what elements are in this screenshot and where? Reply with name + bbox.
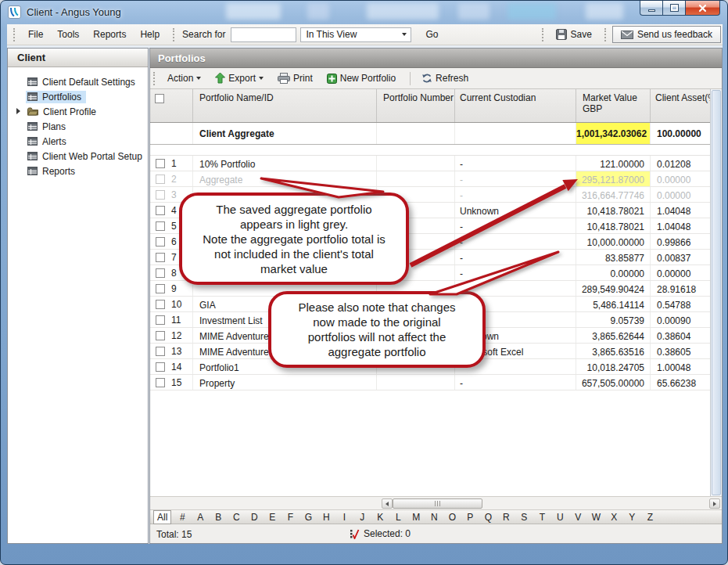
aggregate-name: Client Aggregate — [193, 123, 377, 144]
table-row[interactable]: 110% Portfolio-121.000000.01208 — [150, 156, 710, 171]
save-button[interactable]: Save — [550, 27, 598, 41]
row-checkbox[interactable] — [156, 362, 165, 372]
minimize-button[interactable] — [640, 1, 662, 16]
alpha-filter-c[interactable]: C — [231, 512, 242, 523]
row-checkbox[interactable] — [156, 300, 165, 309]
vertical-scrollbar[interactable] — [710, 89, 722, 496]
app-logo-icon — [8, 5, 21, 19]
aggregate-market-value: 1,001,342.03062 — [576, 123, 651, 144]
row-checkbox[interactable] — [156, 206, 165, 215]
column-header-market-value[interactable]: Market Value GBP — [576, 89, 651, 122]
row-checkbox[interactable] — [156, 190, 165, 200]
alpha-filter-u[interactable]: U — [554, 512, 565, 523]
row-checkbox[interactable] — [156, 331, 165, 340]
export-button[interactable]: Export — [212, 71, 267, 85]
alpha-filter-x[interactable]: X — [608, 512, 619, 523]
column-header-current-custodian[interactable]: Current Custodian — [455, 89, 576, 122]
row-checkbox[interactable] — [156, 378, 165, 387]
row-checkbox[interactable] — [156, 253, 165, 262]
row-checkbox[interactable] — [156, 284, 165, 293]
alpha-filter-f[interactable]: F — [285, 512, 296, 523]
maximize-button[interactable] — [662, 1, 685, 16]
market-value: 316,664.77746 — [576, 187, 651, 202]
chevron-down-icon — [402, 33, 407, 36]
title-bar[interactable]: Client - Angus Young — [1, 1, 727, 24]
close-button[interactable] — [685, 1, 720, 16]
table-row[interactable]: 2Aggregate-295,121.870000.00000 — [150, 171, 710, 187]
scroll-left-button[interactable] — [382, 498, 393, 509]
alpha-filter-l[interactable]: L — [393, 512, 403, 523]
expand-arrow-icon[interactable] — [16, 108, 20, 114]
alpha-filter-o[interactable]: O — [446, 512, 457, 523]
alpha-filter-r[interactable]: R — [500, 512, 511, 523]
view-filter-dropdown[interactable]: In This View — [300, 27, 411, 42]
search-input[interactable] — [231, 27, 296, 42]
client-asset: 0.01208 — [651, 156, 710, 171]
alpha-filter-hash[interactable]: # — [177, 512, 188, 523]
alpha-filter-a[interactable]: A — [195, 512, 206, 523]
sidebar-item-client-web-portal-setup[interactable]: Client Web Portal Setup — [8, 149, 148, 164]
alpha-filter-q[interactable]: Q — [482, 512, 493, 523]
alpha-filter-v[interactable]: V — [572, 512, 583, 523]
header-checkbox[interactable] — [155, 94, 164, 103]
client-asset: 0.00000 — [651, 187, 710, 202]
alpha-filter-w[interactable]: W — [590, 512, 601, 523]
panel-toolbar: Action Export Print — [150, 68, 722, 89]
market-value: 0.00000 — [576, 265, 651, 280]
alpha-filter-y[interactable]: Y — [626, 512, 637, 523]
client-aggregate-row[interactable]: Client Aggregate 1,001,342.03062 100.000… — [150, 123, 710, 145]
market-value: 289,549.90424 — [576, 281, 651, 296]
column-header-portfolio-number[interactable]: Portfolio Number — [377, 89, 455, 122]
horizontal-scrollbar[interactable] — [150, 496, 722, 510]
row-checkbox[interactable] — [156, 175, 165, 184]
row-checkbox[interactable] — [156, 221, 165, 231]
row-checkbox[interactable] — [156, 347, 165, 356]
alpha-filter-all[interactable]: All — [153, 510, 171, 524]
sidebar-items: Client Default SettingsPortfoliosClient … — [8, 67, 148, 178]
sidebar-item-reports[interactable]: Reports — [8, 164, 148, 178]
refresh-button[interactable]: Refresh — [418, 71, 472, 85]
menu-tools[interactable]: Tools — [50, 27, 86, 42]
row-checkbox[interactable] — [156, 268, 165, 278]
horizontal-scrollbar-thumb[interactable] — [393, 498, 482, 509]
alpha-filter-g[interactable]: G — [303, 512, 314, 523]
alpha-filter-b[interactable]: B — [213, 512, 224, 523]
print-button[interactable]: Print — [274, 71, 316, 85]
menu-reports[interactable]: Reports — [86, 27, 133, 42]
sidebar-item-portfolios[interactable]: Portfolios — [8, 89, 148, 104]
vertical-scrollbar-thumb[interactable] — [712, 90, 721, 495]
alpha-filter-n[interactable]: N — [429, 512, 439, 523]
new-portfolio-button[interactable]: New Portfolio — [324, 71, 399, 85]
row-checkbox[interactable] — [156, 315, 165, 325]
sidebar-item-client-default-settings[interactable]: Client Default Settings — [8, 74, 148, 89]
menu-help[interactable]: Help — [133, 27, 167, 42]
alpha-filter-z[interactable]: Z — [644, 512, 655, 523]
row-checkbox[interactable] — [156, 159, 165, 168]
action-button[interactable]: Action — [164, 71, 204, 85]
sidebar: Client Client Default SettingsPortfolios… — [7, 48, 149, 544]
column-header-client-asset[interactable]: Client Asset(% — [651, 89, 710, 122]
feedback-button[interactable]: Send us feedback — [612, 26, 721, 43]
sidebar-item-plans[interactable]: Plans — [8, 119, 148, 134]
menu-file[interactable]: File — [21, 27, 50, 42]
column-header-portfolio-name[interactable]: Portfolio Name/ID — [193, 89, 377, 122]
selected-count: Selected: 0 — [364, 528, 411, 539]
scroll-right-button[interactable] — [709, 498, 720, 509]
alpha-filter-k[interactable]: K — [375, 512, 386, 523]
alpha-filter-p[interactable]: P — [464, 512, 475, 523]
go-button[interactable]: Go — [418, 27, 445, 42]
alpha-filter-h[interactable]: H — [321, 512, 332, 523]
alpha-filter-e[interactable]: E — [267, 512, 278, 523]
alpha-filter-i[interactable]: I — [339, 512, 350, 523]
row-number: 11 — [171, 315, 181, 326]
alpha-filter-t[interactable]: T — [536, 512, 547, 523]
alpha-filter-d[interactable]: D — [249, 512, 260, 523]
alpha-filter-s[interactable]: S — [518, 512, 529, 523]
sidebar-item-alerts[interactable]: Alerts — [8, 134, 148, 149]
alpha-filter-m[interactable]: M — [411, 512, 421, 523]
sidebar-item-client-profile[interactable]: Client Profile — [8, 104, 148, 119]
alpha-filter-j[interactable]: J — [357, 512, 368, 523]
table-row[interactable]: 15Property-657,505.0000065.66238 — [150, 375, 710, 390]
row-checkbox[interactable] — [156, 237, 165, 247]
toolbar-gripper — [542, 28, 543, 41]
